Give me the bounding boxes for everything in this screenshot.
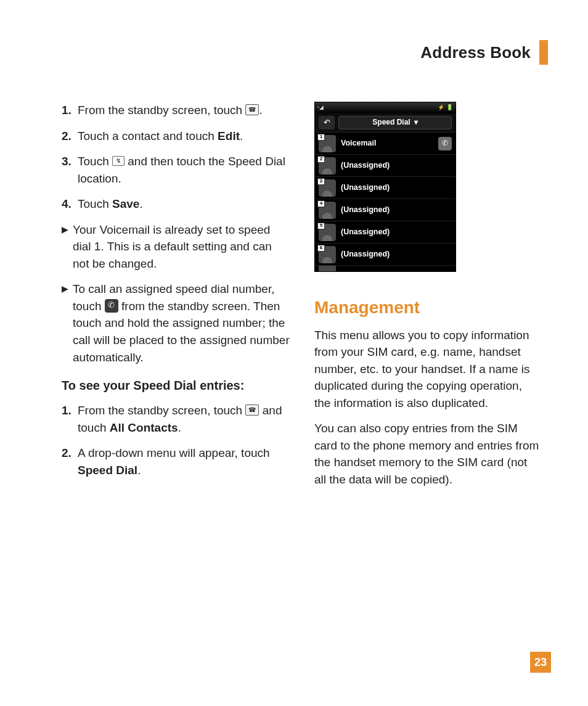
avatar-icon: 5 xyxy=(319,224,336,241)
speed-dial-row[interactable]: 2 (Unassigned) xyxy=(315,154,455,176)
step-item: 3. Touch ↯ and then touch the Speed Dial… xyxy=(62,153,290,187)
avatar-icon: 1 xyxy=(319,135,336,152)
step-number: 4. xyxy=(62,195,78,213)
step-number: 1. xyxy=(62,402,78,436)
paragraph: This menu allows you to copy information… xyxy=(314,327,541,412)
right-column: ▫◢ ⚡ 🔋 ↶ Speed Dial ▾ 1 Voicemail ✆ 2 (U xyxy=(314,102,541,497)
left-column: 1. From the standby screen, touch ☎. 2. … xyxy=(62,102,290,497)
back-button[interactable]: ↶ xyxy=(319,116,335,129)
step-text: A drop-down menu will appear, touch Spee… xyxy=(78,445,290,478)
content-columns: 1. From the standby screen, touch ☎. 2. … xyxy=(62,102,548,497)
avatar-icon: 3 xyxy=(319,179,336,197)
speed-dial-row[interactable]: 1 Voicemail ✆ xyxy=(315,132,455,154)
step-item: 4. Touch Save. xyxy=(62,195,290,213)
avatar-icon: 6 xyxy=(319,246,336,263)
page-header: Address Book xyxy=(62,40,548,65)
step-number: 2. xyxy=(62,445,78,478)
step-text: Touch a contact and touch Edit. xyxy=(78,128,243,145)
battery-icon: ⚡ 🔋 xyxy=(438,104,453,112)
speed-dial-row[interactable]: 3 (Unassigned) xyxy=(315,176,455,199)
step-number: 3. xyxy=(62,153,78,187)
phone-status-bar: ▫◢ ⚡ 🔋 xyxy=(315,102,455,113)
contacts-icon: ☎ xyxy=(245,104,259,115)
speed-dial-list: 1 Voicemail ✆ 2 (Unassigned) 3 (Unassign… xyxy=(315,132,455,271)
avatar-icon: 4 xyxy=(319,202,336,219)
note-bullet: ▶ Your Voicemail is already set to speed… xyxy=(62,221,290,273)
title-dropdown[interactable]: Speed Dial ▾ xyxy=(338,116,452,129)
call-button[interactable]: ✆ xyxy=(438,137,452,150)
signal-icon: ▫◢ xyxy=(317,104,324,112)
phone-dial-icon: ✆ xyxy=(105,299,118,313)
header-accent-bar xyxy=(539,40,548,65)
note-text: To call an assigned speed dial number, t… xyxy=(73,281,290,366)
row-label: (Unassigned) xyxy=(341,204,452,215)
section-chapter-title: Address Book xyxy=(420,43,531,62)
contacts-icon: ☎ xyxy=(245,404,259,416)
speed-dial-row[interactable]: 6 (Unassigned) xyxy=(315,243,455,265)
arrow-icon: ↯ xyxy=(112,156,125,166)
speed-dial-row[interactable]: 5 (Unassigned) xyxy=(315,221,455,243)
row-label: (Unassigned) xyxy=(341,160,452,171)
chevron-down-icon: ▾ xyxy=(414,117,418,128)
title-text: Speed Dial xyxy=(372,117,410,128)
phone-screenshot: ▫◢ ⚡ 🔋 ↶ Speed Dial ▾ 1 Voicemail ✆ 2 (U xyxy=(314,102,456,272)
step-item: 2. A drop-down menu will appear, touch S… xyxy=(62,445,290,478)
step-number: 2. xyxy=(62,128,78,145)
step-item: 2. Touch a contact and touch Edit. xyxy=(62,128,290,145)
row-label: (Unassigned) xyxy=(341,226,452,237)
avatar-icon: 7 xyxy=(319,265,336,271)
phone-title-bar: ↶ Speed Dial ▾ xyxy=(315,113,455,132)
avatar-icon: 2 xyxy=(319,157,336,174)
row-label: (Unassigned) xyxy=(341,182,452,193)
step-text: From the standby screen, touch ☎. xyxy=(78,102,263,119)
speed-dial-row[interactable]: 7 xyxy=(315,265,455,271)
step-text: Touch Save. xyxy=(78,195,143,213)
page-number: 23 xyxy=(530,652,551,673)
paragraph: You can also copy entries from the SIM c… xyxy=(314,420,541,488)
speed-dial-row[interactable]: 4 (Unassigned) xyxy=(315,199,455,221)
note-bullet: ▶ To call an assigned speed dial number,… xyxy=(62,281,290,366)
triangle-bullet-icon: ▶ xyxy=(62,281,73,366)
step-item: 1. From the standby screen, touch ☎ and … xyxy=(62,402,290,436)
step-text: Touch ↯ and then touch the Speed Dial lo… xyxy=(78,153,290,187)
step-number: 1. xyxy=(62,102,78,119)
subheading: To see your Speed Dial entries: xyxy=(62,377,290,395)
step-text: From the standby screen, touch ☎ and tou… xyxy=(78,402,290,436)
row-label: (Unassigned) xyxy=(341,248,452,260)
note-text: Your Voicemail is already set to speed d… xyxy=(73,221,290,273)
section-heading: Management xyxy=(314,295,541,321)
step-item: 1. From the standby screen, touch ☎. xyxy=(62,102,290,119)
triangle-bullet-icon: ▶ xyxy=(62,221,73,273)
row-label: Voicemail xyxy=(341,138,433,149)
